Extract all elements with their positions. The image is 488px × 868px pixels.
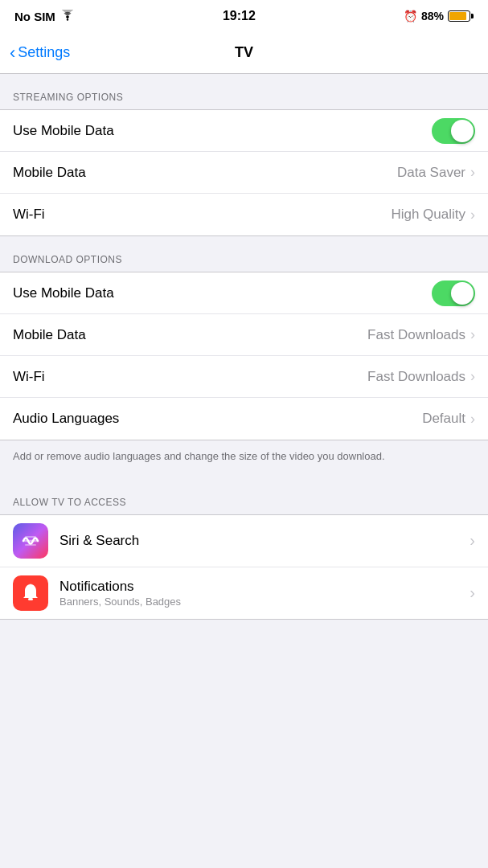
download-wifi-row[interactable]: Wi-Fi Fast Downloads › [0, 356, 488, 398]
streaming-mobile-data-right: Data Saver › [397, 164, 475, 181]
siri-chevron-icon: › [470, 531, 475, 550]
streaming-wifi-value: High Quality [391, 207, 465, 223]
streaming-mobile-data-value: Data Saver [397, 165, 465, 181]
siri-icon [13, 523, 48, 559]
download-wifi-right: Fast Downloads › [367, 368, 475, 385]
chevron-icon: › [470, 207, 475, 223]
toggle-knob [451, 120, 474, 142]
battery-icon [448, 10, 474, 22]
back-chevron-icon: ‹ [10, 44, 15, 62]
status-right: ⏰ 88% [404, 10, 474, 23]
download-footer: Add or remove audio languages and change… [0, 440, 488, 479]
toggle-knob [451, 282, 474, 305]
download-mobile-data-row[interactable]: Mobile Data Fast Downloads › [0, 314, 488, 356]
chevron-icon: › [470, 411, 475, 428]
streaming-mobile-data-row[interactable]: Mobile Data Data Saver › [0, 152, 488, 194]
svg-point-5 [29, 583, 32, 587]
streaming-wifi-row[interactable]: Wi-Fi High Quality › [0, 194, 488, 235]
download-options-group: Use Mobile Data Mobile Data Fast Downloa… [0, 272, 488, 440]
audio-languages-value: Default [422, 411, 465, 427]
streaming-section-header: STREAMING OPTIONS [0, 74, 488, 109]
carrier-label: No SIM [14, 10, 55, 23]
streaming-use-mobile-data-row: Use Mobile Data [0, 110, 488, 152]
audio-languages-right: Default › [422, 411, 475, 428]
download-mobile-data-value: Fast Downloads [367, 327, 465, 343]
allow-section-header: ALLOW TV TO ACCESS [0, 479, 488, 514]
allow-access-group: Siri & Search › Notifications Banners, S… [0, 514, 488, 620]
siri-search-text: Siri & Search [59, 533, 470, 549]
status-time: 19:12 [223, 9, 256, 23]
alarm-icon: ⏰ [404, 10, 417, 23]
notifications-subtitle: Banners, Sounds, Badges [59, 596, 470, 608]
download-use-mobile-data-row: Use Mobile Data [0, 272, 488, 314]
notifications-chevron-icon: › [470, 583, 475, 602]
audio-languages-row[interactable]: Audio Languages Default › [0, 398, 488, 440]
back-label: Settings [18, 44, 70, 61]
chevron-icon: › [470, 326, 475, 343]
notifications-icon [13, 575, 48, 611]
notifications-text: Notifications Banners, Sounds, Badges [59, 579, 470, 608]
siri-search-title: Siri & Search [59, 533, 470, 549]
notifications-title: Notifications [59, 579, 470, 595]
streaming-wifi-label: Wi-Fi [13, 207, 45, 223]
download-use-mobile-data-label: Use Mobile Data [13, 285, 114, 301]
page-title: TV [235, 44, 253, 61]
status-left: No SIM [14, 10, 75, 23]
streaming-mobile-data-label: Mobile Data [13, 165, 86, 181]
streaming-use-mobile-data-label: Use Mobile Data [13, 123, 114, 139]
download-use-mobile-data-toggle[interactable] [432, 280, 475, 306]
back-button[interactable]: ‹ Settings [10, 44, 70, 62]
download-wifi-label: Wi-Fi [13, 369, 45, 385]
audio-languages-label: Audio Languages [13, 411, 119, 427]
notifications-row[interactable]: Notifications Banners, Sounds, Badges › [0, 567, 488, 619]
download-mobile-data-right: Fast Downloads › [367, 326, 475, 343]
siri-search-row[interactable]: Siri & Search › [0, 515, 488, 567]
svg-rect-4 [28, 598, 33, 600]
status-bar: No SIM 19:12 ⏰ 88% [0, 0, 488, 32]
chevron-icon: › [470, 164, 475, 181]
download-section-header: DOWNLOAD OPTIONS [0, 236, 488, 272]
download-wifi-value: Fast Downloads [367, 369, 465, 385]
streaming-wifi-right: High Quality › [391, 207, 475, 223]
svg-point-0 [67, 18, 68, 20]
wifi-icon [60, 10, 75, 23]
nav-bar: ‹ Settings TV [0, 32, 488, 74]
download-mobile-data-label: Mobile Data [13, 327, 86, 343]
streaming-use-mobile-data-toggle[interactable] [432, 118, 475, 144]
battery-percent: 88% [421, 10, 444, 23]
chevron-icon: › [470, 368, 475, 385]
streaming-options-group: Use Mobile Data Mobile Data Data Saver ›… [0, 109, 488, 236]
